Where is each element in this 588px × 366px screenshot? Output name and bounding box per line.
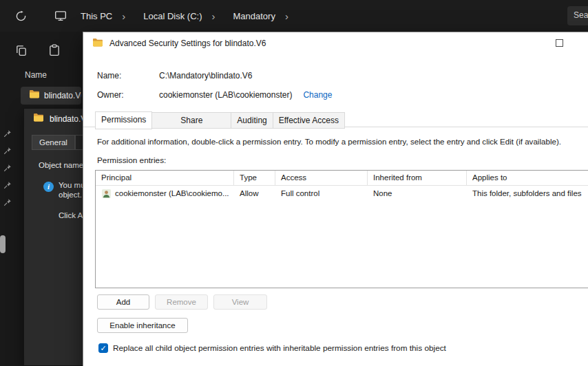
name-value: C:\Mandatory\blindato.V6 [159, 71, 252, 80]
entry-applies-to: This folder, subfolders and files [467, 189, 588, 197]
column-header-access[interactable]: Access [275, 171, 368, 185]
enable-inheritance-button[interactable]: Enable inheritance [97, 318, 188, 333]
scrollbar-thumb[interactable] [0, 235, 6, 253]
permission-entry-row[interactable]: cookiemonster (LAB\cookiemo... Allow Ful… [96, 186, 588, 201]
replace-permissions-row: ✓ Replace all child object permission en… [98, 343, 446, 353]
permission-entries-label: Permission entries: [97, 155, 166, 165]
name-column-header[interactable]: Name [25, 70, 47, 80]
pin-icon [3, 145, 12, 158]
chevron-right-icon[interactable]: › [122, 11, 125, 21]
screen: This PC › Local Disk (C:) › Mandatory › … [0, 0, 588, 366]
tab-auditing[interactable]: Auditing [231, 112, 273, 129]
info-icon: i [43, 182, 54, 192]
pin-icon [3, 128, 12, 140]
this-pc-icon [54, 10, 67, 22]
name-label: Name: [97, 71, 159, 80]
folder-icon [92, 37, 103, 50]
owner-label: Owner: [97, 90, 159, 100]
pin-icon [3, 180, 12, 192]
replace-permissions-checkbox[interactable]: ✓ [98, 343, 108, 353]
owner-field-row: Owner: cookiemonster (LAB\cookiemonster)… [97, 90, 332, 100]
search-text: Sea [574, 10, 588, 20]
file-item-label: blindato.V6 [44, 91, 81, 100]
breadcrumb-mandatory[interactable]: Mandatory [233, 11, 275, 21]
dialog-title: Advanced Security Settings for blindato.… [109, 39, 266, 48]
pin-icon [3, 197, 12, 209]
change-owner-link[interactable]: Change [303, 90, 332, 100]
paste-icon[interactable] [48, 44, 61, 59]
file-item-selected[interactable]: blindato.V6 [21, 87, 81, 105]
dialog-titlebar: Advanced Security Settings for blindato.… [83, 32, 588, 54]
breadcrumb-local-disk[interactable]: Local Disk (C:) [143, 11, 202, 21]
search-input[interactable]: Sea [567, 6, 588, 25]
properties-title: blindato.V [50, 114, 86, 124]
remove-button[interactable]: Remove [155, 294, 208, 310]
user-avatar-icon [101, 189, 112, 199]
chevron-right-icon[interactable]: › [285, 11, 288, 21]
object-name-label: Object name: [39, 161, 85, 169]
name-field-row: Name: C:\Mandatory\blindato.V6 [97, 71, 252, 80]
column-header-applies-to[interactable]: Applies to [467, 171, 588, 185]
entry-access: Full control [275, 189, 368, 197]
tab-effective-access[interactable]: Effective Access [273, 112, 345, 129]
chevron-right-icon[interactable]: › [211, 11, 215, 21]
maximize-button[interactable] [556, 39, 563, 47]
column-header-type[interactable]: Type [234, 171, 275, 185]
entry-inherited-from: None [368, 189, 467, 197]
tab-permissions[interactable]: Permissions [95, 111, 152, 129]
explorer-topbar: This PC › Local Disk (C:) › Mandatory › … [0, 0, 588, 32]
advanced-security-dialog: Advanced Security Settings for blindato.… [83, 32, 588, 366]
permission-entries-table: Principal Type Access Inherited from App… [95, 170, 588, 288]
pin-icon [3, 162, 12, 175]
replace-permissions-label: Replace all child object permission entr… [113, 343, 446, 353]
instruction-text: For additional information, double-click… [97, 137, 561, 146]
add-button[interactable]: Add [97, 294, 149, 310]
view-button[interactable]: View [213, 294, 267, 310]
breadcrumb-this-pc[interactable]: This PC [81, 11, 112, 21]
owner-value: cookiemonster (LAB\cookiemonster) [159, 90, 292, 100]
properties-info-text: object. [59, 191, 82, 199]
refresh-icon[interactable] [15, 10, 27, 22]
entry-principal: cookiemonster (LAB\cookiemo... [115, 189, 229, 197]
folder-icon [33, 112, 44, 126]
copy-icon[interactable] [15, 44, 28, 59]
table-header-row: Principal Type Access Inherited from App… [96, 171, 588, 186]
dialog-tabs: Permissions Share Auditing Effective Acc… [95, 111, 344, 129]
tab-share[interactable]: Share [151, 112, 231, 129]
entry-type: Allow [234, 189, 275, 197]
column-header-principal[interactable]: Principal [96, 171, 234, 185]
tab-general[interactable]: General [32, 135, 75, 150]
folder-icon [29, 89, 40, 103]
column-header-inherited-from[interactable]: Inherited from [368, 171, 467, 185]
